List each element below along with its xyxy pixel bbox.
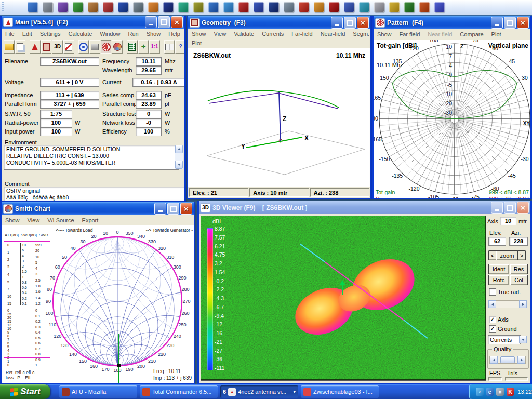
slider-right-icon[interactable] xyxy=(517,356,525,364)
true-rad-checkbox[interactable] xyxy=(489,288,496,296)
quicklaunch-icon-10[interactable] xyxy=(163,2,174,12)
pattern-titlebar[interactable]: Pattern (F4) × xyxy=(374,16,530,29)
utility-tray-icon[interactable]: ¤ xyxy=(496,388,504,396)
menu-item[interactable]: Far field xyxy=(400,31,420,37)
maximize-button[interactable] xyxy=(344,17,356,29)
close-button[interactable]: × xyxy=(357,17,369,29)
quicklaunch-icon-28[interactable] xyxy=(434,2,445,12)
quicklaunch-icon-19[interactable] xyxy=(299,2,309,12)
menu-item[interactable]: Show xyxy=(147,31,161,37)
wavelength-field[interactable]: 29.65 xyxy=(136,66,162,75)
geometry-titlebar[interactable]: Geometry (F3) × xyxy=(188,16,370,29)
quicklaunch-icon-13[interactable] xyxy=(208,2,219,12)
menu-item[interactable]: Help xyxy=(168,31,180,37)
start-button[interactable]: Start xyxy=(0,384,50,399)
taskbar-task-total-commander-6-5[interactable]: Total Commander 6.5... xyxy=(140,385,218,398)
quicklaunch-icon-25[interactable] xyxy=(389,2,400,12)
smith-chart-icon[interactable] xyxy=(112,40,123,54)
slider-left-icon[interactable] xyxy=(490,356,498,364)
quicklaunch-icon-16[interactable] xyxy=(254,2,264,12)
col-button[interactable]: Col xyxy=(510,275,528,285)
geometry-edit-icon[interactable] xyxy=(41,40,52,54)
quicklaunch-icon-15[interactable] xyxy=(238,2,249,12)
taskbar-task-afu-mozilla[interactable]: AFU - Mozilla xyxy=(59,385,137,398)
quicklaunch-icon-14[interactable] xyxy=(223,2,234,12)
display-mode-select[interactable]: Currents xyxy=(488,335,521,344)
maximize-button[interactable] xyxy=(167,203,179,215)
res-button[interactable]: Res xyxy=(510,264,528,274)
windows-icon[interactable] xyxy=(15,40,26,54)
menu-item[interactable]: View xyxy=(214,31,227,37)
close-button[interactable]: × xyxy=(517,17,529,29)
axis-checkbox[interactable]: ✓ xyxy=(489,316,496,323)
maximize-button[interactable] xyxy=(504,202,516,214)
menu-item[interactable]: Compare xyxy=(460,31,483,37)
quicklaunch-icon-22[interactable] xyxy=(344,2,354,12)
quicklaunch-icon-8[interactable] xyxy=(133,2,143,12)
quicklaunch-icon-1[interactable] xyxy=(28,2,38,12)
menu-item[interactable]: Plot xyxy=(491,31,501,37)
quicklaunch-icon-9[interactable] xyxy=(148,2,158,12)
quicklaunch-icon-24[interactable] xyxy=(374,2,384,12)
quicklaunch-icon-26[interactable] xyxy=(404,2,415,12)
menu-item[interactable]: V/I Source xyxy=(47,217,74,223)
menu-item[interactable]: Show xyxy=(5,217,20,223)
browser-tray-icon[interactable]: e xyxy=(486,388,494,396)
slider-thumb[interactable] xyxy=(500,356,515,363)
smith-plot-area[interactable]: <---- Towards Load --> Towards Generator… xyxy=(2,225,194,383)
scroll-left-icon[interactable] xyxy=(488,300,496,308)
menu-item[interactable]: View xyxy=(28,217,40,223)
scroll-down-icon[interactable] xyxy=(175,161,183,169)
open-file-icon[interactable] xyxy=(4,40,15,54)
menu-item[interactable]: Export xyxy=(82,217,99,223)
quicklaunch-icon-7[interactable] xyxy=(118,2,128,12)
quicklaunch-icon-23[interactable] xyxy=(359,2,369,12)
quicklaunch-icon-27[interactable] xyxy=(419,2,430,12)
antenna-icon[interactable] xyxy=(30,40,41,54)
close-button[interactable]: × xyxy=(180,203,192,215)
scroll-up-icon[interactable] xyxy=(175,145,183,153)
quicklaunch-icon-5[interactable] xyxy=(88,2,98,12)
minimize-button[interactable] xyxy=(331,17,343,29)
optimizer-icon[interactable]: ✛ xyxy=(138,40,149,54)
currents-icon[interactable] xyxy=(78,40,89,54)
scroll-right-icon[interactable] xyxy=(519,300,527,308)
quicklaunch-icon-11[interactable] xyxy=(178,2,189,12)
maximize-button[interactable] xyxy=(504,17,516,29)
menu-item[interactable]: Validate xyxy=(234,31,254,37)
ident-button[interactable]: Ident xyxy=(488,264,509,274)
quicklaunch-icon-2[interactable] xyxy=(43,2,53,12)
maximize-button[interactable] xyxy=(158,16,170,28)
elevation-field[interactable]: 62 xyxy=(488,237,506,246)
toolbar-drag-handle[interactable] xyxy=(2,2,4,12)
environment-scrollbar[interactable] xyxy=(175,145,183,169)
menu-item[interactable]: Calculate xyxy=(68,31,92,37)
quality-slider[interactable] xyxy=(489,356,526,364)
axis-length-field[interactable]: 10 xyxy=(500,217,516,225)
antivirus-tray-icon[interactable]: K xyxy=(507,388,514,396)
taskbar-task-4nec2-antenna-vi[interactable]: 6▲4nec2 antenna vi...▾ xyxy=(220,385,298,398)
filename-field[interactable]: ZS6BKW.out xyxy=(40,57,99,66)
environment-list[interactable]: FINITE GROUND. SOMMERFELD SOLUTIONRELATI… xyxy=(4,145,179,170)
radiat-power-field[interactable]: 100 xyxy=(40,118,72,127)
viewer-titlebar[interactable]: 3D 3D Viewer (F9) [ ZS6BKW.out ] × xyxy=(199,201,530,214)
minimize-button[interactable] xyxy=(145,16,157,28)
pattern-plot-area[interactable]: Tot-gain [dBi] Vertical plane 10.11 Mhz … xyxy=(374,40,530,198)
dropdown-arrow-icon[interactable] xyxy=(519,336,527,343)
close-button[interactable]: × xyxy=(171,16,183,28)
minimize-button[interactable] xyxy=(491,17,503,29)
scale-1to1-icon[interactable]: 1:1 xyxy=(149,40,160,54)
quicklaunch-icon-20[interactable] xyxy=(314,2,324,12)
menu-item[interactable]: Edit xyxy=(22,31,32,37)
ground-checkbox[interactable]: ✓ xyxy=(489,325,496,332)
quicklaunch-icon-12[interactable] xyxy=(193,2,204,12)
3d-edit-icon[interactable]: 3D xyxy=(52,40,63,54)
input-power-field[interactable]: 100 xyxy=(40,127,72,136)
help-icon[interactable]: ? xyxy=(175,40,186,54)
quicklaunch-icon-17[interactable] xyxy=(269,2,279,12)
quicklaunch-icon-18[interactable] xyxy=(284,2,294,12)
rotc-button[interactable]: Rotc xyxy=(488,275,509,285)
hide-icons-icon[interactable]: ‹ xyxy=(476,388,484,396)
menu-item[interactable]: Near field xyxy=(428,31,452,37)
minimize-button[interactable] xyxy=(491,202,503,214)
